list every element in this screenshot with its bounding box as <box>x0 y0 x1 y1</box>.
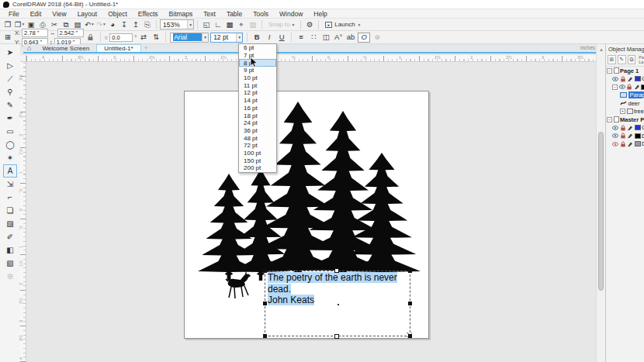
rectangle-tool[interactable]: ▭ <box>3 125 17 138</box>
expand-toggle-icon[interactable]: − <box>612 84 618 90</box>
new-tab-button[interactable]: + <box>141 44 151 52</box>
pick-tool[interactable]: ➤ <box>3 46 17 59</box>
expand-toggle-icon[interactable]: − <box>607 68 612 74</box>
mirror-vertical-button[interactable]: ⇅ <box>151 32 161 43</box>
font-size-option[interactable]: 18 pt <box>239 112 276 119</box>
import-button[interactable]: ↧ <box>119 19 130 30</box>
search-content-button[interactable]: ◕ <box>107 19 118 30</box>
dimension-tool[interactable]: ⇲ <box>3 178 17 191</box>
object-label[interactable]: Page 1 <box>620 67 639 74</box>
object-label[interactable]: trees <box>634 108 644 115</box>
horizontal-ruler[interactable]: 43½32½21½1½0½11½22½33½ <box>26 55 596 62</box>
x-position-field[interactable]: 2.78 " <box>22 29 48 37</box>
crop-tool[interactable]: ⟋ <box>3 72 17 85</box>
edit-text-button[interactable]: ab <box>345 32 356 43</box>
lock-icon[interactable] <box>620 133 626 139</box>
artistic-media-tool[interactable]: ✒ <box>3 112 17 125</box>
lock-icon[interactable] <box>626 84 632 90</box>
menu-text[interactable]: Text <box>198 10 221 18</box>
lock-icon[interactable] <box>620 141 626 147</box>
options-button[interactable]: ⚙ <box>304 19 315 30</box>
font-size-option[interactable]: 48 pt <box>239 134 276 142</box>
underline-button[interactable]: U <box>276 32 287 43</box>
text-alignment-button[interactable]: ≡ <box>296 32 306 43</box>
object-manager-row[interactable]: Paragraph Text <box>606 91 644 100</box>
object-manager-row[interactable]: Guides <box>606 75 644 84</box>
font-size-option[interactable]: 100 pt <box>239 150 276 157</box>
selected-text-line[interactable]: John Keats <box>268 295 314 305</box>
pen-icon[interactable] <box>627 141 633 147</box>
show-rulers-button[interactable]: ∟ <box>213 19 223 30</box>
show-grid-button[interactable]: ▦ <box>224 19 235 30</box>
bold-button[interactable]: B <box>251 32 262 43</box>
text-tool[interactable]: A <box>3 164 17 178</box>
rotation-angle-field[interactable]: 0.0 <box>109 33 133 42</box>
zoom-tool[interactable]: ⚲ <box>3 85 17 98</box>
selected-text-line[interactable]: The poetry of the earth is never dead. <box>268 272 397 295</box>
menu-bitmaps[interactable]: Bitmaps <box>164 10 199 18</box>
lock-ratio-button[interactable] <box>85 32 96 43</box>
lock-icon[interactable] <box>620 125 626 131</box>
text-overflow-icon[interactable]: ⇲ <box>406 331 412 339</box>
font-size-option[interactable]: 72 pt <box>239 142 276 150</box>
font-size-option[interactable]: 6 pt <box>239 44 276 52</box>
italic-button[interactable]: I <box>264 32 275 43</box>
document-tab[interactable]: Welcome Screen <box>35 44 96 52</box>
font-size-option[interactable]: 200 pt <box>239 164 276 172</box>
connector-tool[interactable]: ⌐ <box>3 191 17 204</box>
visibility-eye-icon[interactable] <box>612 141 618 147</box>
font-size-combo[interactable]: 12 pt ▾ <box>210 33 243 43</box>
pen-icon[interactable] <box>634 84 640 90</box>
object-label[interactable]: deer <box>628 100 640 107</box>
transparency-tool[interactable]: ▨ <box>3 217 17 230</box>
edit-across-layers-button[interactable]: ⧉ <box>628 55 636 64</box>
drop-shadow-tool[interactable]: ❏ <box>3 204 17 217</box>
object-manager-row[interactable]: Desktop <box>606 132 644 140</box>
outline-button[interactable]: O <box>358 33 370 43</box>
freehand-tool[interactable]: ✎ <box>3 98 17 112</box>
show-object-properties-button[interactable]: ✎ <box>618 55 626 64</box>
publish-pdf-button[interactable]: ⎘ <box>142 19 153 30</box>
selection-handle[interactable] <box>408 302 412 305</box>
menu-edit[interactable]: Edit <box>25 10 47 18</box>
font-size-option[interactable]: 150 pt <box>239 157 276 164</box>
launch-button[interactable]: ▸ Launch ▾ <box>322 21 363 28</box>
menu-window[interactable]: Window <box>274 10 308 18</box>
polygon-tool[interactable]: ✶ <box>3 151 17 164</box>
menu-help[interactable]: Help <box>308 10 332 18</box>
mirror-horizontal-button[interactable]: ⇄ <box>138 32 149 43</box>
object-manager-row[interactable]: −Master Page <box>606 115 644 124</box>
object-width-field[interactable]: 2.542 " <box>57 29 84 37</box>
chevron-down-icon[interactable]: ▾ <box>202 33 208 42</box>
text-flow-tab-top[interactable] <box>334 268 339 273</box>
object-manager-row[interactable]: −Page 1 <box>606 67 644 75</box>
drop-cap-button[interactable]: ◫ <box>320 32 331 43</box>
visibility-eye-icon[interactable] <box>619 84 625 90</box>
pen-icon[interactable] <box>627 125 633 131</box>
object-manager-row[interactable]: Guides <box>606 124 644 133</box>
snap-to-objects-button[interactable]: ⌖ <box>236 19 247 30</box>
scrollbar-thumb[interactable] <box>598 132 604 291</box>
bulleted-list-button[interactable]: ∷ <box>308 32 319 43</box>
selection-handle[interactable] <box>263 269 267 273</box>
object-label[interactable]: Master Page <box>620 116 644 123</box>
visibility-eye-icon[interactable] <box>612 133 618 139</box>
font-size-option[interactable]: 12 pt <box>239 89 276 97</box>
visibility-eye-icon[interactable] <box>612 76 618 82</box>
fullscreen-preview-button[interactable]: ◱ <box>201 19 212 30</box>
shape-tool[interactable]: ▷ <box>3 59 17 72</box>
font-size-option[interactable]: 36 pt <box>239 127 276 135</box>
font-size-option[interactable]: 10 pt <box>239 74 276 82</box>
menu-file[interactable]: File <box>3 10 25 18</box>
expand-toggle-icon[interactable]: − <box>607 117 612 122</box>
vertical-ruler[interactable]: 3½32½21½1½0½11½22½33½4 <box>20 62 26 362</box>
home-tab[interactable]: ⌂ <box>23 44 35 52</box>
font-list-combo[interactable]: Arial ▾ <box>170 33 209 43</box>
text-flow-tab-bottom[interactable] <box>334 334 339 339</box>
font-size-option[interactable]: 16 pt <box>239 105 276 112</box>
pen-icon[interactable] <box>627 76 633 82</box>
interactive-fill-tool[interactable]: ◧ <box>3 243 17 257</box>
selection-handle[interactable] <box>263 334 267 338</box>
object-manager-row[interactable]: −Layer 1 <box>606 83 644 91</box>
font-size-option[interactable]: 24 pt <box>239 119 276 127</box>
